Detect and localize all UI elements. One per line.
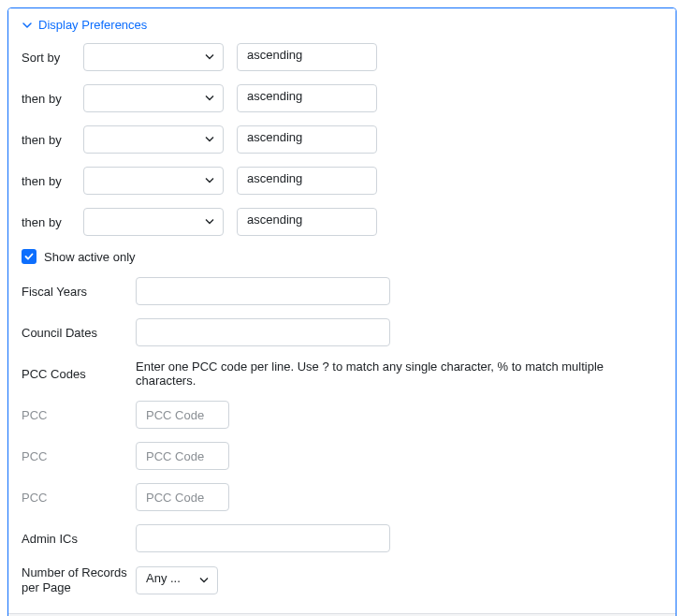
sort-direction-select[interactable]: ascending bbox=[237, 167, 377, 195]
records-per-page-row: Number of Records per Page Any ... bbox=[22, 565, 662, 596]
sort-field-select[interactable] bbox=[83, 125, 224, 154]
pcc-row-1: PCC bbox=[22, 442, 662, 470]
sort-label: then by bbox=[22, 133, 83, 147]
sort-label: then by bbox=[22, 174, 83, 188]
panel-title: Display Preferences bbox=[38, 18, 147, 32]
pcc-codes-label: PCC Codes bbox=[22, 367, 136, 381]
chevron-down-icon bbox=[22, 20, 33, 31]
pcc-codes-row: PCC Codes Enter one PCC code per line. U… bbox=[22, 359, 662, 388]
pcc-label: PCC bbox=[22, 449, 136, 463]
sort-field-select[interactable] bbox=[83, 43, 224, 71]
show-active-only-row: Show active only bbox=[22, 249, 662, 264]
council-dates-input[interactable] bbox=[136, 318, 390, 346]
pcc-code-input[interactable] bbox=[136, 442, 229, 470]
pcc-code-input[interactable] bbox=[136, 401, 229, 429]
sort-row-2: then by ascending bbox=[22, 125, 662, 154]
panel-body: Sort by ascending then by ascending then… bbox=[8, 39, 676, 613]
sort-label: then by bbox=[22, 215, 83, 229]
show-active-only-checkbox[interactable] bbox=[22, 249, 36, 264]
admin-ics-row: Admin ICs bbox=[22, 524, 662, 552]
council-dates-label: Council Dates bbox=[22, 326, 136, 340]
sort-row-3: then by ascending bbox=[22, 167, 662, 195]
fiscal-years-label: Fiscal Years bbox=[22, 285, 136, 299]
sort-field-select[interactable] bbox=[83, 208, 224, 236]
council-dates-row: Council Dates bbox=[22, 318, 662, 346]
panel-header[interactable]: Display Preferences bbox=[8, 8, 676, 39]
pcc-row-2: PCC bbox=[22, 483, 662, 511]
sort-field-select[interactable] bbox=[83, 84, 224, 112]
sort-row-1: then by ascending bbox=[22, 84, 662, 112]
admin-ics-input[interactable] bbox=[136, 524, 390, 552]
sort-row-4: then by ascending bbox=[22, 208, 662, 236]
admin-ics-label: Admin ICs bbox=[22, 532, 136, 546]
fiscal-years-input[interactable] bbox=[136, 277, 390, 305]
sort-direction-select[interactable]: ascending bbox=[237, 43, 377, 71]
pcc-code-input[interactable] bbox=[136, 483, 229, 511]
panel-footer: Apply Preferences without Saving Reset t… bbox=[8, 613, 676, 617]
pcc-label: PCC bbox=[22, 491, 136, 505]
records-per-page-select[interactable]: Any ... bbox=[136, 566, 218, 594]
sort-direction-select[interactable]: ascending bbox=[237, 84, 377, 112]
display-preferences-panel: Display Preferences Sort by ascending th… bbox=[7, 7, 677, 616]
sort-direction-select[interactable]: ascending bbox=[237, 125, 377, 154]
pcc-row-0: PCC bbox=[22, 401, 662, 429]
sort-field-select[interactable] bbox=[83, 167, 224, 195]
sort-direction-select[interactable]: ascending bbox=[237, 208, 377, 236]
sort-row-0: Sort by ascending bbox=[22, 43, 662, 71]
show-active-only-label: Show active only bbox=[44, 250, 136, 264]
sort-label: then by bbox=[22, 92, 83, 106]
records-per-page-label: Number of Records per Page bbox=[22, 565, 136, 596]
pcc-label: PCC bbox=[22, 408, 136, 422]
sort-label: Sort by bbox=[22, 51, 83, 65]
pcc-helper-text: Enter one PCC code per line. Use ? to ma… bbox=[136, 359, 662, 388]
fiscal-years-row: Fiscal Years bbox=[22, 277, 662, 305]
